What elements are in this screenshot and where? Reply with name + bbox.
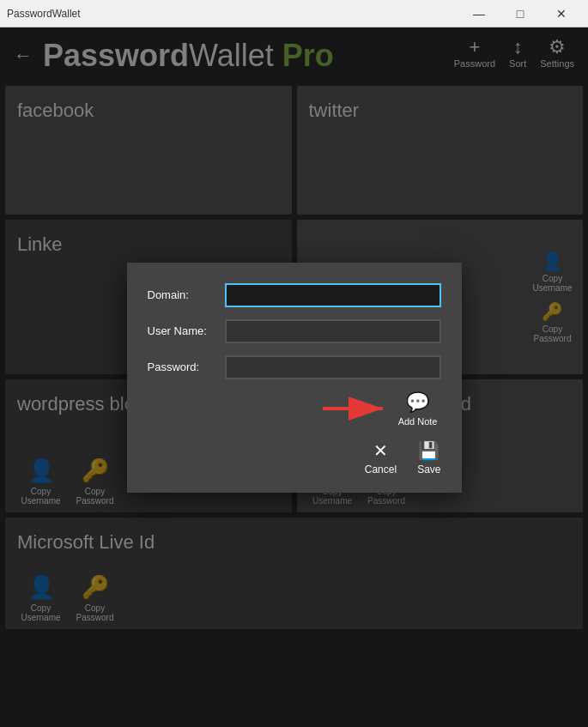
username-input[interactable]	[225, 319, 441, 343]
save-icon: 💾	[418, 440, 439, 461]
arrow-icon	[323, 396, 391, 421]
cancel-label: Cancel	[365, 463, 397, 476]
save-button[interactable]: 💾 Save	[417, 440, 440, 476]
add-note-label: Add Note	[398, 416, 438, 427]
close-button[interactable]: ✕	[542, 0, 581, 27]
add-entry-dialog: Domain: User Name: Password:	[127, 263, 462, 493]
app-content: ← PasswordWallet Pro + Password ↕ Sort ⚙…	[0, 27, 588, 727]
add-note-row: 💬 Add Note	[148, 391, 441, 427]
domain-row: Domain:	[148, 283, 441, 307]
maximize-button[interactable]: □	[500, 0, 540, 27]
cancel-icon: ✕	[373, 440, 388, 461]
username-row: User Name:	[148, 319, 441, 343]
password-input[interactable]	[225, 355, 441, 379]
titlebar-title: PasswordWallet	[7, 8, 81, 20]
password-row: Password:	[148, 355, 441, 379]
dialog-overlay: Domain: User Name: Password:	[0, 27, 588, 727]
username-label: User Name:	[148, 324, 225, 337]
cancel-button[interactable]: ✕ Cancel	[365, 440, 397, 476]
window-controls: — □ ✕	[459, 0, 581, 27]
domain-input[interactable]	[225, 283, 441, 307]
domain-label: Domain:	[148, 288, 225, 301]
save-label: Save	[417, 463, 440, 476]
password-label: Password:	[148, 360, 225, 373]
add-note-button[interactable]: 💬 Add Note	[398, 391, 438, 427]
titlebar: PasswordWallet — □ ✕	[0, 0, 588, 27]
dialog-footer: ✕ Cancel 💾 Save	[148, 440, 441, 476]
note-icon: 💬	[406, 391, 429, 414]
minimize-button[interactable]: —	[459, 0, 499, 27]
